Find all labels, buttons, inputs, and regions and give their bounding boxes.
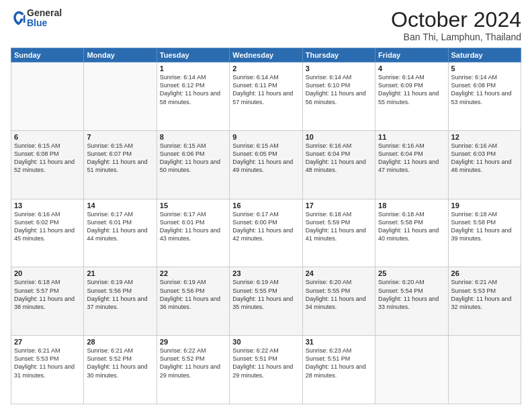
calendar-cell: 13Sunrise: 6:16 AMSunset: 6:02 PMDayligh… [11,199,84,267]
header: General Blue October 2024 Ban Thi, Lamph… [11,8,521,42]
logo-icon [12,10,26,26]
day-number: 14 [87,201,153,210]
calendar-cell: 23Sunrise: 6:19 AMSunset: 5:55 PMDayligh… [230,267,302,336]
day-number: 16 [232,201,299,210]
calendar-cell [84,62,157,131]
cell-info: Sunrise: 6:15 AMSunset: 6:07 PMDaylight:… [87,142,153,175]
cell-info: Sunrise: 6:14 AMSunset: 6:12 PMDaylight:… [160,73,226,106]
calendar-cell: 9Sunrise: 6:15 AMSunset: 6:05 PMDaylight… [230,130,302,199]
cell-info: Sunrise: 6:16 AMSunset: 6:02 PMDaylight:… [14,210,81,243]
title-block: October 2024 Ban Thi, Lamphun, Thailand [391,8,521,42]
calendar-cell: 19Sunrise: 6:18 AMSunset: 5:58 PMDayligh… [448,199,521,267]
cell-info: Sunrise: 6:14 AMSunset: 6:09 PMDaylight:… [378,73,445,106]
calendar-cell: 5Sunrise: 6:14 AMSunset: 6:08 PMDaylight… [448,62,521,131]
calendar-cell: 30Sunrise: 6:22 AMSunset: 5:51 PMDayligh… [230,336,302,404]
calendar-cell: 31Sunrise: 6:23 AMSunset: 5:51 PMDayligh… [302,336,375,404]
calendar-cell: 18Sunrise: 6:18 AMSunset: 5:58 PMDayligh… [375,199,448,267]
day-number: 26 [451,269,518,277]
day-number: 12 [451,133,518,141]
day-number: 23 [232,269,299,277]
cell-info: Sunrise: 6:15 AMSunset: 6:05 PMDaylight:… [232,142,299,175]
calendar-table: SundayMondayTuesdayWednesdayThursdayFrid… [11,48,521,404]
page: General Blue October 2024 Ban Thi, Lamph… [0,0,532,411]
cell-info: Sunrise: 6:16 AMSunset: 6:04 PMDaylight:… [306,142,372,175]
cell-info: Sunrise: 6:17 AMSunset: 6:01 PMDaylight:… [87,210,153,243]
day-number: 7 [87,133,153,141]
weekday-header: Saturday [448,48,521,62]
weekday-header: Wednesday [230,48,302,62]
day-number: 22 [160,269,226,277]
cell-info: Sunrise: 6:14 AMSunset: 6:08 PMDaylight:… [451,73,518,106]
weekday-header: Tuesday [157,48,229,62]
day-number: 28 [87,338,153,346]
cell-info: Sunrise: 6:14 AMSunset: 6:11 PMDaylight:… [232,73,299,106]
cell-info: Sunrise: 6:17 AMSunset: 6:01 PMDaylight:… [160,210,226,243]
day-number: 11 [378,133,445,141]
day-number: 19 [451,201,518,210]
cell-info: Sunrise: 6:18 AMSunset: 5:58 PMDaylight:… [451,210,518,243]
cell-info: Sunrise: 6:18 AMSunset: 5:57 PMDaylight:… [14,278,81,311]
cell-info: Sunrise: 6:23 AMSunset: 5:51 PMDaylight:… [306,347,372,379]
calendar-cell: 2Sunrise: 6:14 AMSunset: 6:11 PMDaylight… [230,62,302,131]
calendar-cell: 15Sunrise: 6:17 AMSunset: 6:01 PMDayligh… [157,199,229,267]
cell-info: Sunrise: 6:14 AMSunset: 6:10 PMDaylight:… [306,73,372,106]
cell-info: Sunrise: 6:18 AMSunset: 5:59 PMDaylight:… [306,210,372,243]
day-number: 31 [306,338,372,346]
cell-info: Sunrise: 6:22 AMSunset: 5:52 PMDaylight:… [160,347,226,379]
calendar-cell: 24Sunrise: 6:20 AMSunset: 5:55 PMDayligh… [302,267,375,336]
calendar-cell: 3Sunrise: 6:14 AMSunset: 6:10 PMDaylight… [302,62,375,131]
cell-info: Sunrise: 6:16 AMSunset: 6:04 PMDaylight:… [378,142,445,175]
cell-info: Sunrise: 6:20 AMSunset: 5:54 PMDaylight:… [378,278,445,311]
calendar-cell: 25Sunrise: 6:20 AMSunset: 5:54 PMDayligh… [375,267,448,336]
day-number: 4 [378,64,445,73]
calendar-cell: 21Sunrise: 6:19 AMSunset: 5:56 PMDayligh… [84,267,157,336]
day-number: 24 [306,269,372,277]
cell-info: Sunrise: 6:19 AMSunset: 5:56 PMDaylight:… [160,278,226,311]
day-number: 27 [14,338,81,346]
cell-info: Sunrise: 6:15 AMSunset: 6:08 PMDaylight:… [14,142,81,175]
day-number: 13 [14,201,81,210]
calendar-cell: 6Sunrise: 6:15 AMSunset: 6:08 PMDaylight… [11,130,84,199]
calendar-cell: 11Sunrise: 6:16 AMSunset: 6:04 PMDayligh… [375,130,448,199]
day-number: 17 [306,201,372,210]
calendar-cell: 28Sunrise: 6:21 AMSunset: 5:52 PMDayligh… [84,336,157,404]
cell-info: Sunrise: 6:22 AMSunset: 5:51 PMDaylight:… [232,347,299,379]
weekday-header: Friday [375,48,448,62]
day-number: 8 [160,133,226,141]
calendar-cell: 27Sunrise: 6:21 AMSunset: 5:53 PMDayligh… [11,336,84,404]
cell-info: Sunrise: 6:16 AMSunset: 6:03 PMDaylight:… [451,142,518,175]
weekday-header: Thursday [302,48,375,62]
calendar-cell [11,62,84,131]
calendar-cell: 29Sunrise: 6:22 AMSunset: 5:52 PMDayligh… [157,336,229,404]
calendar-cell: 14Sunrise: 6:17 AMSunset: 6:01 PMDayligh… [84,199,157,267]
calendar-cell: 1Sunrise: 6:14 AMSunset: 6:12 PMDaylight… [157,62,229,131]
calendar-cell: 17Sunrise: 6:18 AMSunset: 5:59 PMDayligh… [302,199,375,267]
calendar-cell: 26Sunrise: 6:21 AMSunset: 5:53 PMDayligh… [448,267,521,336]
cell-info: Sunrise: 6:21 AMSunset: 5:53 PMDaylight:… [451,278,518,311]
calendar-cell [375,336,448,404]
cell-info: Sunrise: 6:21 AMSunset: 5:52 PMDaylight:… [87,347,153,379]
cell-info: Sunrise: 6:15 AMSunset: 6:06 PMDaylight:… [160,142,226,175]
day-number: 9 [232,133,299,141]
calendar-cell [448,336,521,404]
calendar-cell: 4Sunrise: 6:14 AMSunset: 6:09 PMDaylight… [375,62,448,131]
cell-info: Sunrise: 6:20 AMSunset: 5:55 PMDaylight:… [306,278,372,311]
day-number: 5 [451,64,518,73]
logo: General Blue [11,8,62,29]
day-number: 15 [160,201,226,210]
day-number: 29 [160,338,226,346]
cell-info: Sunrise: 6:19 AMSunset: 5:56 PMDaylight:… [87,278,153,311]
day-number: 25 [378,269,445,277]
day-number: 3 [306,64,372,73]
day-number: 2 [232,64,299,73]
day-number: 1 [160,64,226,73]
calendar-cell: 12Sunrise: 6:16 AMSunset: 6:03 PMDayligh… [448,130,521,199]
calendar-cell: 16Sunrise: 6:17 AMSunset: 6:00 PMDayligh… [230,199,302,267]
day-number: 18 [378,201,445,210]
weekday-header: Monday [84,48,157,62]
calendar-cell: 7Sunrise: 6:15 AMSunset: 6:07 PMDaylight… [84,130,157,199]
day-number: 30 [232,338,299,346]
calendar-cell: 8Sunrise: 6:15 AMSunset: 6:06 PMDaylight… [157,130,229,199]
cell-info: Sunrise: 6:17 AMSunset: 6:00 PMDaylight:… [232,210,299,243]
location: Ban Thi, Lamphun, Thailand [391,32,521,42]
